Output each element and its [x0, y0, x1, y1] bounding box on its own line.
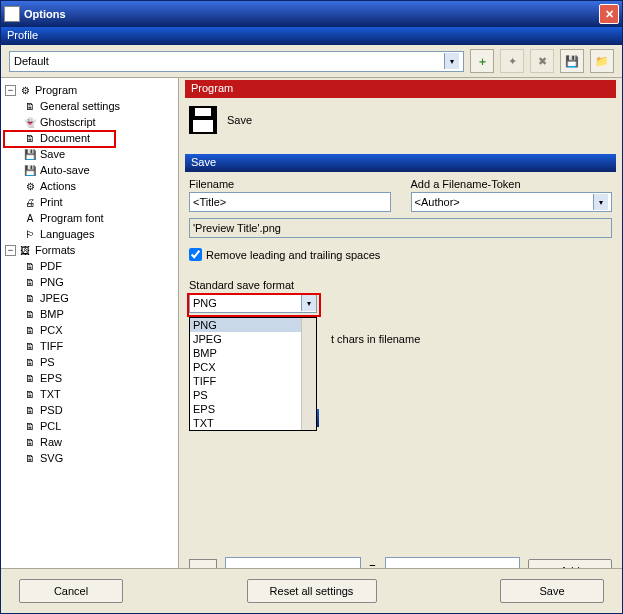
floppy-icon: 💾 [565, 55, 579, 68]
std-format-value: PNG [193, 297, 217, 309]
tree-psd[interactable]: 🗎PSD [21, 402, 176, 418]
profile-header: Profile [1, 27, 622, 45]
tree-bmp[interactable]: 🗎BMP [21, 306, 176, 322]
file-icon: 🗎 [23, 435, 37, 449]
nav-tree[interactable]: − ⚙ Program 🗎General settings 👻Ghostscri… [1, 78, 179, 568]
add-button[interactable]: Add [528, 559, 612, 568]
std-format-dropdown[interactable]: PNG JPEG BMP PCX TIFF PS EPS TXT [189, 317, 317, 431]
arrow-up-icon: ▲ [198, 565, 209, 568]
floppy-icon: 💾 [23, 147, 37, 161]
dropdown-option[interactable]: PS [190, 388, 316, 402]
profile-select[interactable]: Default ▾ [9, 51, 464, 72]
tree-label: PCX [40, 324, 63, 336]
dropdown-option[interactable]: EPS [190, 402, 316, 416]
save-profile-button[interactable]: 💾 [560, 49, 584, 73]
program-section-header: Program [185, 80, 616, 98]
save-form: Filename Add a Filename-Token <Author> ▾ [185, 172, 616, 568]
tree-txt[interactable]: 🗎TXT [21, 386, 176, 402]
tree-pcl[interactable]: 🗎PCL [21, 418, 176, 434]
tree-formats[interactable]: − 🖼 Formats [3, 242, 176, 258]
tree-print[interactable]: 🖨Print [21, 194, 176, 210]
filename-label: Filename [189, 178, 391, 190]
std-format-select[interactable]: PNG ▾ [189, 293, 317, 313]
token-select[interactable]: <Author> ▾ [411, 192, 613, 212]
tree-languages[interactable]: 🏳Languages [21, 226, 176, 242]
dropdown-option[interactable]: JPEG [190, 332, 316, 346]
delete-profile-button[interactable]: ✖ [530, 49, 554, 73]
document-icon: 🗎 [23, 131, 37, 145]
titlebar[interactable]: Options ✕ [1, 1, 622, 27]
tree-autosave[interactable]: 💾Auto-save [21, 162, 176, 178]
tree-label: EPS [40, 372, 62, 384]
checkbox-input[interactable] [189, 248, 202, 261]
save-button[interactable]: Save [500, 579, 604, 603]
tree-label: TIFF [40, 340, 63, 352]
dropdown-option[interactable]: BMP [190, 346, 316, 360]
tree-label: Formats [35, 244, 75, 256]
tree-label: Auto-save [40, 164, 90, 176]
file-icon: 🗎 [23, 275, 37, 289]
tree-label: Languages [40, 228, 94, 240]
open-folder-button[interactable]: 📁 [590, 49, 614, 73]
collapse-icon[interactable]: − [5, 85, 16, 96]
filename-input[interactable] [189, 192, 391, 212]
tree-svg[interactable]: 🗎SVG [21, 450, 176, 466]
tree-ps[interactable]: 🗎PS [21, 354, 176, 370]
dropdown-option[interactable]: TXT [190, 416, 316, 430]
tree-ghostscript[interactable]: 👻Ghostscript [21, 114, 176, 130]
substitution-area: ▲ ▼ = .docx .doc Mic [189, 557, 612, 568]
formats-icon: 🖼 [18, 243, 32, 257]
dropdown-option[interactable]: PCX [190, 360, 316, 374]
add-profile-button[interactable]: ＋ [470, 49, 494, 73]
chevron-down-icon: ▾ [593, 194, 608, 210]
tree-program[interactable]: − ⚙ Program [3, 82, 176, 98]
tree-label: Save [40, 148, 65, 160]
subs-to-input[interactable] [385, 557, 521, 568]
file-icon: 🗎 [23, 403, 37, 417]
tree-png[interactable]: 🗎PNG [21, 274, 176, 290]
tree-actions[interactable]: ⚙Actions [21, 178, 176, 194]
dropdown-option[interactable]: TIFF [190, 374, 316, 388]
chevron-down-icon: ▾ [444, 53, 459, 69]
options-window: Options ✕ Profile Default ▾ ＋ ✦ ✖ 💾 📁 − … [0, 0, 623, 614]
tree-label: Ghostscript [40, 116, 96, 128]
printer-icon: 🖨 [23, 195, 37, 209]
file-icon: 🗎 [23, 339, 37, 353]
tree-tiff[interactable]: 🗎TIFF [21, 338, 176, 354]
tree-document[interactable]: 🗎Document [21, 130, 176, 146]
sparkle-button[interactable]: ✦ [500, 49, 524, 73]
file-icon: 🗎 [23, 307, 37, 321]
tree-label: PSD [40, 404, 63, 416]
tree-jpeg[interactable]: 🗎JPEG [21, 290, 176, 306]
scrollbar[interactable] [301, 318, 316, 430]
subs-from-input[interactable] [225, 557, 361, 568]
close-button[interactable]: ✕ [599, 4, 619, 24]
reset-button[interactable]: Reset all settings [247, 579, 377, 603]
cancel-button[interactable]: Cancel [19, 579, 123, 603]
tree-label: Program font [40, 212, 104, 224]
file-icon: 🗎 [23, 323, 37, 337]
dropdown-option[interactable]: PNG [190, 318, 316, 332]
collapse-icon[interactable]: − [5, 245, 16, 256]
tree-label: TXT [40, 388, 61, 400]
bottom-bar: Cancel Reset all settings Save [1, 568, 622, 613]
file-icon: 🗎 [23, 371, 37, 385]
tree-label: Document [40, 132, 90, 144]
file-icon: 🗎 [23, 355, 37, 369]
tree-general[interactable]: 🗎General settings [21, 98, 176, 114]
file-icon: 🗎 [23, 291, 37, 305]
remove-spaces-checkbox[interactable]: Remove leading and trailing spaces [189, 248, 612, 261]
tree-pcx[interactable]: 🗎PCX [21, 322, 176, 338]
tree-programfont[interactable]: AProgram font [21, 210, 176, 226]
tree-label: PDF [40, 260, 62, 272]
equals-label: = [367, 561, 379, 568]
checkbox-label: Remove leading and trailing spaces [206, 249, 380, 261]
window-title: Options [24, 8, 599, 20]
tree-pdf[interactable]: 🗎PDF [21, 258, 176, 274]
page-icon: 🗎 [23, 99, 37, 113]
tree-save[interactable]: 💾Save [21, 146, 176, 162]
tree-eps[interactable]: 🗎EPS [21, 370, 176, 386]
floppy-icon: 💾 [23, 163, 37, 177]
tree-raw[interactable]: 🗎Raw [21, 434, 176, 450]
move-up-button[interactable]: ▲ [189, 559, 217, 568]
